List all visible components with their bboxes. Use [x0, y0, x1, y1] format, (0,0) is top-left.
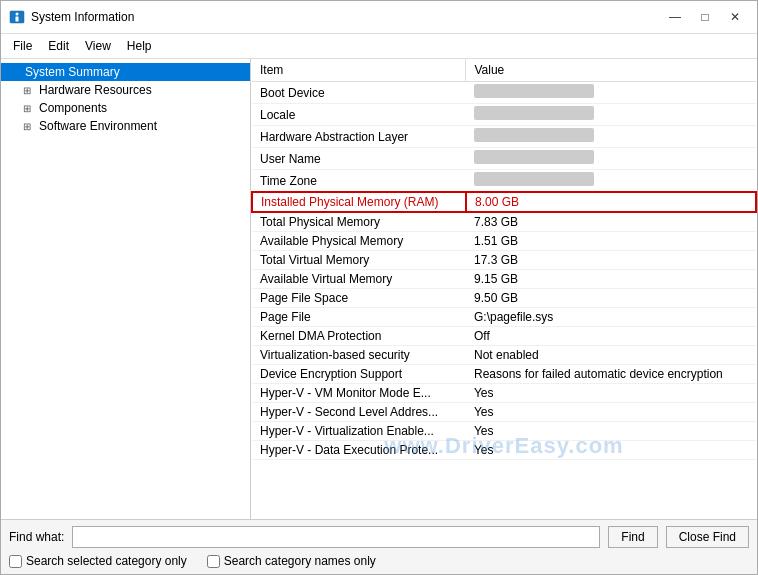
item-name: Page File Space [260, 291, 348, 305]
item-cell: Hyper-V - Second Level Addres... [252, 403, 466, 422]
item-cell: Boot Device [252, 82, 466, 104]
item-name: Installed Physical Memory (RAM) [261, 195, 438, 209]
table-row: Available Virtual Memory9.15 GB [252, 270, 756, 289]
close-find-button[interactable]: Close Find [666, 526, 749, 548]
blurred-value [474, 128, 594, 142]
item-name: Total Virtual Memory [260, 253, 369, 267]
table-row: Time Zone [252, 170, 756, 193]
value-cell: Yes [466, 441, 756, 460]
search-selected-label: Search selected category only [26, 554, 187, 568]
right-panel: ItemValue Boot DeviceLocaleHardware Abst… [251, 59, 757, 519]
find-input[interactable] [72, 526, 600, 548]
item-name: Available Physical Memory [260, 234, 403, 248]
item-cell: Hardware Abstraction Layer [252, 126, 466, 148]
table-row: Hyper-V - Second Level Addres...Yes [252, 403, 756, 422]
info-table: ItemValue Boot DeviceLocaleHardware Abst… [251, 59, 757, 460]
blurred-value [474, 172, 594, 186]
blurred-value [474, 150, 594, 164]
value-cell [466, 170, 756, 193]
find-button[interactable]: Find [608, 526, 657, 548]
value-cell [466, 82, 756, 104]
item-cell: Hyper-V - Virtualization Enable... [252, 422, 466, 441]
value-cell: Yes [466, 403, 756, 422]
item-name: Hyper-V - Data Execution Prote... [260, 443, 438, 457]
maximize-button[interactable]: □ [691, 7, 719, 27]
sidebar-label: Hardware Resources [39, 83, 152, 97]
minimize-button[interactable]: — [661, 7, 689, 27]
item-cell: Virtualization-based security [252, 346, 466, 365]
value-cell: Not enabled [466, 346, 756, 365]
value-cell: Yes [466, 384, 756, 403]
main-window: System Information — □ ✕ FileEditViewHel… [0, 0, 758, 575]
item-name: Hyper-V - Second Level Addres... [260, 405, 438, 419]
table-row: Locale [252, 104, 756, 126]
item-name: Kernel DMA Protection [260, 329, 381, 343]
item-cell: Page File Space [252, 289, 466, 308]
item-cell: Hyper-V - Data Execution Prote... [252, 441, 466, 460]
table-row: Page FileG:\pagefile.sys [252, 308, 756, 327]
table-row: Kernel DMA ProtectionOff [252, 327, 756, 346]
left-panel: System Summary⊞Hardware Resources⊞Compon… [1, 59, 251, 519]
table-row: Hardware Abstraction Layer [252, 126, 756, 148]
item-cell: User Name [252, 148, 466, 170]
table-row: →Installed Physical Memory (RAM)8.00 GB [252, 192, 756, 212]
table-row: Hyper-V - VM Monitor Mode E...Yes [252, 384, 756, 403]
col-header-value: Value [466, 59, 756, 82]
close-button[interactable]: ✕ [721, 7, 749, 27]
item-cell: Locale [252, 104, 466, 126]
table-header-row: ItemValue [252, 59, 756, 82]
table-row: Boot Device [252, 82, 756, 104]
value-cell: Reasons for failed automatic device encr… [466, 365, 756, 384]
find-label: Find what: [9, 530, 64, 544]
sidebar-item-system-summary[interactable]: System Summary [1, 63, 250, 81]
menu-item-edit[interactable]: Edit [40, 36, 77, 56]
value-cell: 1.51 GB [466, 232, 756, 251]
item-name: Device Encryption Support [260, 367, 402, 381]
value-cell [466, 104, 756, 126]
item-cell: Page File [252, 308, 466, 327]
item-cell: →Installed Physical Memory (RAM) [252, 192, 466, 212]
blurred-value [474, 106, 594, 120]
value-cell [466, 126, 756, 148]
window-title: System Information [31, 10, 661, 24]
table-container[interactable]: ItemValue Boot DeviceLocaleHardware Abst… [251, 59, 757, 519]
expander-icon: ⊞ [23, 121, 37, 132]
menu-item-file[interactable]: File [5, 36, 40, 56]
title-bar: System Information — □ ✕ [1, 1, 757, 34]
item-name: User Name [260, 152, 321, 166]
menu-item-help[interactable]: Help [119, 36, 160, 56]
item-cell: Total Physical Memory [252, 212, 466, 232]
expander-icon: ⊞ [23, 103, 37, 114]
search-category-names-checkbox[interactable]: Search category names only [207, 554, 376, 568]
sidebar-item-software-environment[interactable]: ⊞Software Environment [1, 117, 250, 135]
sidebar-label: Components [39, 101, 107, 115]
value-cell: Off [466, 327, 756, 346]
value-cell [466, 148, 756, 170]
value-cell: 7.83 GB [466, 212, 756, 232]
item-name: Hyper-V - VM Monitor Mode E... [260, 386, 431, 400]
bottom-bar: Find what: Find Close Find Search select… [1, 519, 757, 574]
sidebar-item-components[interactable]: ⊞Components [1, 99, 250, 117]
sidebar-label: Software Environment [39, 119, 157, 133]
table-row: Hyper-V - Data Execution Prote...Yes [252, 441, 756, 460]
table-row: Virtualization-based securityNot enabled [252, 346, 756, 365]
search-names-label: Search category names only [224, 554, 376, 568]
item-cell: Total Virtual Memory [252, 251, 466, 270]
item-cell: Available Virtual Memory [252, 270, 466, 289]
menu-item-view[interactable]: View [77, 36, 119, 56]
window-controls: — □ ✕ [661, 7, 749, 27]
item-cell: Hyper-V - VM Monitor Mode E... [252, 384, 466, 403]
find-row: Find what: Find Close Find [9, 526, 749, 548]
sidebar-item-hardware-resources[interactable]: ⊞Hardware Resources [1, 81, 250, 99]
item-cell: Available Physical Memory [252, 232, 466, 251]
value-cell: G:\pagefile.sys [466, 308, 756, 327]
table-row: Hyper-V - Virtualization Enable...Yes [252, 422, 756, 441]
sidebar-label: System Summary [25, 65, 120, 79]
value-cell: Yes [466, 422, 756, 441]
svg-rect-2 [16, 17, 19, 22]
table-row: Device Encryption SupportReasons for fai… [252, 365, 756, 384]
search-selected-category-checkbox[interactable]: Search selected category only [9, 554, 187, 568]
item-name: Virtualization-based security [260, 348, 410, 362]
blurred-value [474, 84, 594, 98]
value-cell: 9.15 GB [466, 270, 756, 289]
